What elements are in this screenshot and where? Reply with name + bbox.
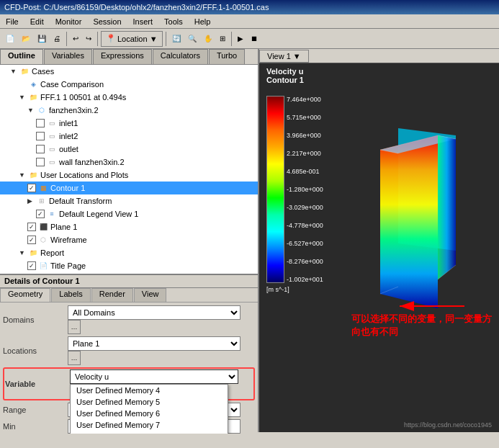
tab-expressions[interactable]: Expressions bbox=[93, 49, 152, 64]
dropdown-item-udm4[interactable]: User Defined Memory 4 bbox=[71, 385, 228, 396]
label-legend: Default Legend View 1 bbox=[59, 210, 256, 218]
location-button[interactable]: 📍 Location ▼ bbox=[101, 31, 163, 47]
toolbar-redo[interactable]: ↪ bbox=[83, 31, 94, 47]
color-labels: 7.464e+000 5.715e+000 3.966e+000 2.217e+… bbox=[287, 96, 323, 283]
toolbar-play[interactable]: ▶ bbox=[235, 31, 246, 47]
tree-item-fanzhen[interactable]: ▼ ⬡ fanzhen3xin.2 bbox=[0, 104, 258, 117]
boundary-icon3: ▭ bbox=[46, 143, 58, 155]
menu-edit[interactable]: Edit bbox=[27, 17, 47, 27]
toolbar-print[interactable]: 🖨 bbox=[50, 31, 63, 47]
label-min: Min bbox=[3, 422, 68, 431]
scale-label-5: -1.280e+000 bbox=[287, 186, 323, 193]
report-item-icon: 📄 bbox=[37, 260, 49, 272]
label-domains: Domains bbox=[3, 315, 68, 324]
svg-marker-3 bbox=[438, 135, 456, 279]
toolbar-new[interactable]: 📄 bbox=[3, 31, 17, 47]
control-domains: All Domains … bbox=[68, 305, 255, 334]
view-tab-bar: View 1 ▼ bbox=[259, 49, 499, 63]
tab-variables[interactable]: Variables bbox=[44, 49, 92, 64]
arrow-transform: ▶ bbox=[27, 197, 36, 205]
tab-turbo[interactable]: Turbo bbox=[209, 49, 245, 64]
label-inlet1: inlet1 bbox=[59, 119, 256, 127]
compare-icon: ◈ bbox=[27, 79, 39, 90]
tree-item-contour1[interactable]: ▦ Contour 1 bbox=[0, 182, 258, 194]
btn-locations-more[interactable]: … bbox=[68, 351, 81, 365]
menu-help[interactable]: Help bbox=[192, 17, 214, 27]
dropdown-item-udm5[interactable]: User Defined Memory 5 bbox=[71, 396, 228, 408]
scale-label-9: -8.276e+000 bbox=[287, 258, 323, 265]
label-outlet: outlet bbox=[59, 145, 256, 153]
toolbar-fit[interactable]: ⊞ bbox=[217, 31, 228, 47]
view-tab-1[interactable]: View 1 ▼ bbox=[259, 50, 309, 63]
tab-calculators[interactable]: Calculators bbox=[153, 49, 208, 64]
details-tab-labels[interactable]: Labels bbox=[51, 288, 90, 302]
right-panel: View 1 ▼ Velocity u Contour 1 7.464e+000… bbox=[259, 49, 499, 432]
transform-icon: ⊞ bbox=[36, 195, 48, 207]
scale-label-1: 5.715e+000 bbox=[287, 114, 323, 121]
dropdown-item-udm6[interactable]: User Defined Memory 6 bbox=[71, 408, 228, 419]
tree-item-legend[interactable]: ≡ Default Legend View 1 bbox=[0, 207, 258, 220]
menu-tools[interactable]: Tools bbox=[161, 17, 186, 27]
tree-item-report[interactable]: ▼ 📁 Report bbox=[0, 246, 258, 259]
arrow-report: ▼ bbox=[19, 249, 27, 256]
tree-item-outlet[interactable]: ▭ outlet bbox=[0, 143, 258, 156]
tree-item-inlet2[interactable]: ▭ inlet2 bbox=[0, 130, 258, 143]
annotation-content: 可以选择不同的变量，同一变量方向也有不同 bbox=[351, 313, 492, 337]
cb-title-page[interactable] bbox=[27, 261, 36, 270]
btn-domains-more[interactable]: … bbox=[68, 320, 81, 334]
cb-inlet1[interactable] bbox=[36, 119, 45, 127]
tree-item-title-page[interactable]: 📄 Title Page bbox=[0, 259, 258, 272]
details-tab-view[interactable]: View bbox=[134, 288, 167, 302]
toolbar-stop[interactable]: ⏹ bbox=[248, 31, 261, 47]
cb-legend[interactable] bbox=[36, 210, 45, 218]
cb-contour1[interactable] bbox=[27, 184, 36, 192]
boundary-icon4: ▭ bbox=[46, 156, 58, 168]
contour-label: Contour 1 bbox=[266, 76, 304, 84]
toolbar-open[interactable]: 📂 bbox=[19, 31, 33, 47]
tab-outline[interactable]: Outline bbox=[0, 49, 43, 64]
menu-monitor[interactable]: Monitor bbox=[53, 17, 85, 27]
tree-item-wall[interactable]: ▭ wall fanzhen3xin.2 bbox=[0, 156, 258, 169]
outline-area: Outline Variables Expressions Calculator… bbox=[0, 49, 258, 274]
tree-item-plane1[interactable]: ⬛ Plane 1 bbox=[0, 220, 258, 233]
toolbar-save[interactable]: 💾 bbox=[35, 31, 49, 47]
details-content: Domains All Domains … Locations Plane 1 bbox=[0, 303, 258, 434]
scale-label-3: 2.217e+000 bbox=[287, 150, 323, 157]
toolbar-zoom[interactable]: 🔍 bbox=[185, 31, 199, 47]
dropdown-item-udm7[interactable]: User Defined Memory 7 bbox=[71, 419, 228, 431]
details-tab-render[interactable]: Render bbox=[91, 288, 133, 302]
details-tab-geometry[interactable]: Geometry bbox=[0, 288, 50, 302]
cb-outlet[interactable] bbox=[36, 145, 45, 153]
scale-label-8: -6.527e+000 bbox=[287, 240, 323, 247]
tree-item-inlet1[interactable]: ▭ inlet1 bbox=[0, 117, 258, 130]
menu-file[interactable]: File bbox=[3, 17, 22, 27]
cb-inlet2[interactable] bbox=[36, 132, 45, 140]
tree-item-cases[interactable]: ▼ 📁 Cases bbox=[0, 65, 258, 78]
scale-label-0: 7.464e+000 bbox=[287, 96, 323, 103]
tree-item-user-locs[interactable]: ▼ 📁 User Locations and Plots bbox=[0, 169, 258, 182]
annotation-text: 可以选择不同的变量，同一变量方向也有不同 bbox=[351, 313, 495, 339]
tree-item-fff[interactable]: ▼ 📁 FFF.1 1 00501 at 0.494s bbox=[0, 91, 258, 104]
toolbar-undo[interactable]: ↩ bbox=[70, 31, 81, 47]
title-text: CFD-Post: C:/Users/86159/Desktop/ohlx2/f… bbox=[4, 3, 269, 12]
cb-wireframe[interactable] bbox=[27, 236, 36, 244]
dropdown-item-udm8[interactable]: User Defined Memory 8 bbox=[71, 431, 228, 434]
fff-icon: 📁 bbox=[27, 91, 39, 103]
select-locations[interactable]: Plane 1 bbox=[68, 336, 240, 351]
cb-wall[interactable] bbox=[36, 158, 45, 166]
cb-plane1[interactable] bbox=[27, 223, 36, 231]
toolbar-pan[interactable]: ✋ bbox=[201, 31, 215, 47]
menu-session[interactable]: Session bbox=[90, 17, 124, 27]
title-bar: CFD-Post: C:/Users/86159/Desktop/ohlx2/f… bbox=[0, 0, 499, 14]
tree-item-case-compare[interactable]: ◈ Case Comparison bbox=[0, 78, 258, 91]
velocity-title: Velocity u Contour 1 bbox=[266, 67, 304, 84]
select-variable[interactable]: Velocity u bbox=[70, 369, 238, 384]
tree-container[interactable]: ▼ 📁 Cases ◈ Case Comparison bbox=[0, 65, 258, 274]
row-locations: Locations Plane 1 … bbox=[3, 336, 255, 365]
menu-insert[interactable]: Insert bbox=[130, 17, 156, 27]
select-domains[interactable]: All Domains bbox=[68, 305, 240, 320]
cfd-viewport[interactable]: Velocity u Contour 1 7.464e+000 5.715e+0… bbox=[259, 63, 499, 432]
tree-item-default-transform[interactable]: ▶ ⊞ Default Transform bbox=[0, 194, 258, 207]
toolbar-rotate[interactable]: 🔄 bbox=[169, 31, 184, 47]
tree-item-wireframe[interactable]: ⬡ Wireframe bbox=[0, 233, 258, 246]
